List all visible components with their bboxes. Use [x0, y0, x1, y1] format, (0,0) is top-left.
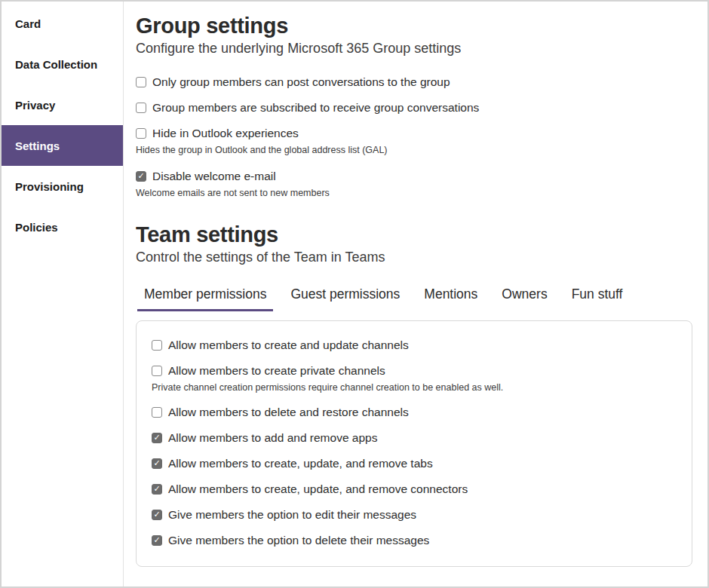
sidebar-item[interactable]: Data Collection — [2, 44, 123, 84]
sidebar-nav-list: Card Data Collection Privacy Settings Pr… — [2, 3, 123, 247]
tab[interactable]: Owners — [495, 285, 554, 311]
tab-label: Owners — [502, 286, 547, 302]
checkbox-row[interactable]: Allow members to delete and restore chan… — [152, 405, 677, 419]
checkbox[interactable] — [152, 484, 162, 495]
checkbox-row[interactable]: Allow members to add and remove apps — [152, 430, 677, 445]
checkbox-row[interactable]: Allow members to create and update chann… — [152, 338, 677, 352]
tab-label: Mentions — [424, 286, 477, 302]
checkbox-option[interactable]: Hide in Outlook experiences Hides the gr… — [136, 126, 692, 155]
checkbox[interactable] — [136, 103, 146, 113]
checkbox[interactable] — [152, 535, 162, 546]
checkbox-label: Disable welcome e-mail — [152, 170, 276, 183]
tab[interactable]: Fun stuff — [565, 285, 630, 311]
checkbox-option[interactable]: Group members are subscribed to receive … — [136, 100, 692, 115]
checkbox-row[interactable]: Allow members to create private channels — [152, 363, 677, 378]
checkbox-row[interactable]: Give members the option to delete their … — [152, 533, 677, 547]
checkbox-label: Allow members to add and remove apps — [168, 431, 377, 445]
sidebar-item-label: Data Collection — [15, 58, 97, 71]
checkbox-option[interactable]: Allow members to delete and restore chan… — [152, 405, 677, 419]
checkbox-help-text: Private channel creation permissions req… — [152, 382, 677, 393]
sidebar-item[interactable]: Settings — [2, 125, 123, 166]
checkbox-label: Give members the option to edit their me… — [168, 508, 416, 522]
checkbox[interactable] — [152, 340, 162, 351]
sidebar: Card Data Collection Privacy Settings Pr… — [2, 2, 124, 586]
group-settings-subtitle: Configure the underlying Microsoft 365 G… — [136, 41, 692, 57]
checkbox[interactable] — [136, 77, 146, 87]
checkbox[interactable] — [136, 128, 146, 139]
checkbox-help-text: Hides the group in Outlook and the globa… — [136, 145, 692, 155]
checkbox-row[interactable]: Disable welcome e-mail — [136, 169, 692, 183]
checkbox-label: Only group members can post conversation… — [152, 75, 450, 89]
checkbox-label: Hide in Outlook experiences — [152, 127, 299, 140]
checkbox-option[interactable]: Only group members can post conversation… — [136, 75, 692, 89]
tab-label: Fun stuff — [572, 286, 623, 302]
checkbox-row[interactable]: Allow members to create, update, and rem… — [152, 482, 677, 496]
checkbox[interactable] — [152, 407, 162, 418]
checkbox-label: Give members the option to delete their … — [168, 534, 429, 547]
team-settings-subtitle: Control the settings of the Team in Team… — [136, 250, 692, 265]
checkbox-option[interactable]: Allow members to add and remove apps — [152, 430, 677, 445]
team-settings-tabs: Member permissions Guest permissions Men… — [137, 285, 692, 311]
member-permissions-card: Allow members to create and update chann… — [136, 320, 692, 567]
sidebar-item-label: Policies — [15, 221, 58, 234]
sidebar-item[interactable]: Provisioning — [2, 166, 123, 207]
sidebar-item-label: Provisioning — [15, 180, 84, 193]
checkbox-label: Allow members to delete and restore chan… — [168, 406, 409, 419]
tab-label: Member permissions — [144, 286, 266, 302]
sidebar-item-label: Privacy — [15, 99, 55, 112]
member-permissions-options: Allow members to create and update chann… — [152, 338, 677, 547]
checkbox-option[interactable]: Allow members to create and update chann… — [152, 338, 677, 352]
checkbox[interactable] — [152, 510, 162, 520]
checkbox-row[interactable]: Group members are subscribed to receive … — [136, 100, 692, 115]
checkbox[interactable] — [136, 171, 146, 182]
tab-label: Guest permissions — [290, 286, 400, 302]
checkbox-row[interactable]: Hide in Outlook experiences — [136, 126, 692, 140]
checkbox[interactable] — [152, 366, 162, 376]
checkbox-label: Allow members to create, update, and rem… — [168, 482, 468, 496]
checkbox-help-text: Welcome emails are not sent to new membe… — [136, 188, 692, 198]
checkbox-option[interactable]: Give members the option to delete their … — [152, 533, 677, 547]
group-settings-title: Group settings — [136, 14, 692, 38]
tab[interactable]: Member permissions — [137, 285, 273, 311]
checkbox[interactable] — [152, 458, 162, 469]
sidebar-item-label: Card — [15, 17, 41, 30]
app-window: Card Data Collection Privacy Settings Pr… — [2, 2, 707, 586]
sidebar-item[interactable]: Policies — [2, 207, 123, 247]
group-settings-section: Group settings Configure the underlying … — [136, 14, 692, 198]
checkbox-option[interactable]: Give members the option to edit their me… — [152, 507, 677, 522]
sidebar-item[interactable]: Privacy — [2, 84, 123, 125]
checkbox-option[interactable]: Allow members to create, update, and rem… — [152, 482, 677, 496]
checkbox-label: Allow members to create private channels — [168, 364, 385, 378]
team-settings-section: Team settings Control the settings of th… — [136, 222, 692, 567]
checkbox-row[interactable]: Allow members to create, update, and rem… — [152, 456, 677, 470]
checkbox-option[interactable]: Allow members to create private channels… — [152, 363, 677, 393]
sidebar-item-label: Settings — [15, 139, 60, 152]
tab[interactable]: Guest permissions — [284, 285, 407, 311]
sidebar-item[interactable]: Card — [2, 3, 123, 44]
checkbox-option[interactable]: Disable welcome e-mail Welcome emails ar… — [136, 169, 692, 198]
checkbox-option[interactable]: Allow members to create, update, and rem… — [152, 456, 677, 470]
checkbox-label: Group members are subscribed to receive … — [152, 101, 479, 115]
checkbox-label: Allow members to create and update chann… — [168, 338, 409, 352]
checkbox-row[interactable]: Only group members can post conversation… — [136, 75, 692, 89]
checkbox[interactable] — [152, 433, 162, 443]
checkbox-label: Allow members to create, update, and rem… — [168, 457, 433, 470]
group-settings-options: Only group members can post conversation… — [136, 75, 692, 198]
settings-page: Group settings Configure the underlying … — [124, 2, 707, 586]
team-settings-title: Team settings — [136, 222, 692, 247]
checkbox-row[interactable]: Give members the option to edit their me… — [152, 507, 677, 522]
tab[interactable]: Mentions — [417, 285, 484, 311]
